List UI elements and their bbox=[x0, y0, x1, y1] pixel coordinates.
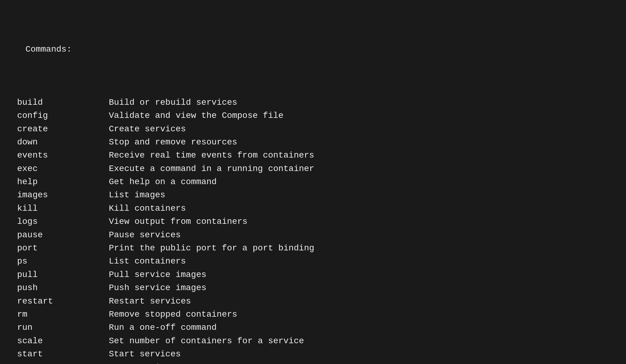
command-name: scale bbox=[5, 334, 109, 348]
command-description: Pause services bbox=[109, 228, 181, 242]
command-description: Remove stopped containers bbox=[109, 308, 237, 321]
command-description: Start services bbox=[109, 348, 181, 361]
command-name: build bbox=[5, 96, 109, 109]
command-name: stop bbox=[5, 361, 109, 364]
commands-label: Commands: bbox=[25, 45, 72, 54]
command-name: pull bbox=[5, 268, 109, 281]
table-row: pushPush service images bbox=[5, 281, 621, 294]
command-name: events bbox=[5, 149, 109, 162]
command-name: exec bbox=[5, 162, 109, 175]
table-row: execExecute a command in a running conta… bbox=[5, 162, 621, 175]
table-row: rmRemove stopped containers bbox=[5, 308, 621, 321]
command-description: View output from containers bbox=[109, 215, 248, 228]
command-description: Kill containers bbox=[109, 202, 186, 215]
table-row: stopStop services bbox=[5, 361, 621, 364]
commands-list: buildBuild or rebuild servicesconfigVali… bbox=[5, 96, 621, 364]
command-description: List containers bbox=[109, 255, 186, 268]
command-name: down bbox=[5, 136, 109, 149]
table-row: createCreate services bbox=[5, 122, 621, 136]
table-row: buildBuild or rebuild services bbox=[5, 96, 621, 109]
command-name: images bbox=[5, 188, 109, 202]
command-name: restart bbox=[5, 295, 109, 308]
command-name: kill bbox=[5, 202, 109, 215]
command-name: create bbox=[5, 122, 109, 136]
table-row: psList containers bbox=[5, 255, 621, 268]
table-row: logsView output from containers bbox=[5, 215, 621, 228]
table-row: pausePause services bbox=[5, 228, 621, 242]
command-description: Get help on a command bbox=[109, 175, 217, 188]
command-name: port bbox=[5, 242, 109, 255]
command-description: Set number of containers for a service bbox=[109, 334, 304, 348]
command-description: Stop services bbox=[109, 361, 175, 364]
table-row: restartRestart services bbox=[5, 295, 621, 308]
command-description: Execute a command in a running container bbox=[109, 162, 314, 175]
command-name: ps bbox=[5, 255, 109, 268]
command-description: List images bbox=[109, 188, 165, 202]
command-description: Print the public port for a port binding bbox=[109, 242, 314, 255]
table-row: startStart services bbox=[5, 348, 621, 361]
command-description: Build or rebuild services bbox=[109, 96, 237, 109]
command-name: start bbox=[5, 348, 109, 361]
table-row: killKill containers bbox=[5, 202, 621, 215]
command-name: logs bbox=[5, 215, 109, 228]
command-name: push bbox=[5, 281, 109, 294]
command-description: Receive real time events from containers bbox=[109, 149, 314, 162]
table-row: imagesList images bbox=[5, 188, 621, 202]
command-description: Stop and remove resources bbox=[109, 136, 237, 149]
command-name: rm bbox=[5, 308, 109, 321]
command-description: Push service images bbox=[109, 281, 206, 294]
command-name: help bbox=[5, 175, 109, 188]
table-row: portPrint the public port for a port bin… bbox=[5, 242, 621, 255]
table-row: eventsReceive real time events from cont… bbox=[5, 149, 621, 162]
command-description: Validate and view the Compose file bbox=[109, 109, 283, 122]
command-name: pause bbox=[5, 228, 109, 242]
table-row: downStop and remove resources bbox=[5, 136, 621, 149]
terminal-output: Commands: buildBuild or rebuild services… bbox=[5, 3, 621, 364]
table-row: pullPull service images bbox=[5, 268, 621, 281]
table-row: configValidate and view the Compose file bbox=[5, 109, 621, 122]
table-row: helpGet help on a command bbox=[5, 175, 621, 188]
command-description: Create services bbox=[109, 122, 186, 136]
command-name: run bbox=[5, 321, 109, 334]
command-name: config bbox=[5, 109, 109, 122]
command-description: Pull service images bbox=[109, 268, 206, 281]
section-header: Commands: bbox=[5, 30, 621, 69]
table-row: runRun a one-off command bbox=[5, 321, 621, 334]
command-description: Run a one-off command bbox=[109, 321, 217, 334]
command-description: Restart services bbox=[109, 295, 191, 308]
table-row: scaleSet number of containers for a serv… bbox=[5, 334, 621, 348]
